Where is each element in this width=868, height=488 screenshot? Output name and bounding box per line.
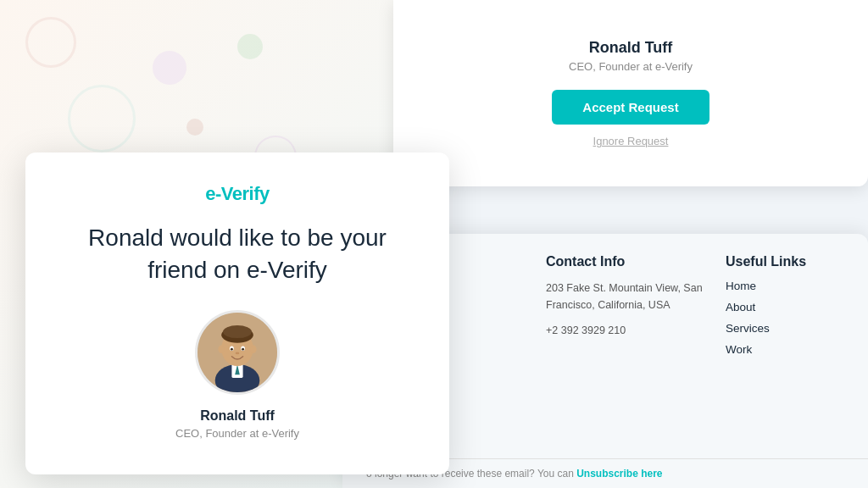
svg-point-9 (231, 347, 233, 350)
requester-name: Ronald Tuff (589, 39, 673, 57)
ignore-request-link[interactable]: Ignore Request (593, 135, 669, 147)
unsubscribe-link[interactable]: Unsubscribe here (576, 468, 662, 480)
footer-contact-col: Contact Info 203 Fake St. Mountain View,… (546, 254, 709, 445)
footer-contact-title: Contact Info (546, 254, 709, 269)
deco-shape-1 (25, 17, 76, 68)
svg-point-12 (250, 345, 257, 352)
avatar (195, 310, 280, 395)
svg-point-13 (236, 352, 240, 354)
footer-link-home[interactable]: Home (726, 280, 844, 292)
footer-link-about[interactable]: About (726, 301, 844, 313)
card-title: Ronald would like to be your friend on e… (59, 222, 415, 286)
email-main-card: e-Verify Ronald would like to be your fr… (25, 152, 449, 474)
request-card: Ronald Tuff CEO, Founder at e-Verify Acc… (393, 0, 868, 186)
footer-link-work[interactable]: Work (726, 343, 844, 356)
footer-links-title: Useful Links (726, 254, 844, 269)
deco-shape-4 (232, 29, 268, 64)
footer-link-services[interactable]: Services (726, 322, 844, 335)
card-person-title: CEO, Founder at e-Verify (175, 427, 299, 440)
svg-point-10 (242, 347, 244, 350)
footer-contact-address: 203 Fake St. Mountain View, San Francisc… (546, 280, 709, 313)
svg-point-11 (218, 345, 225, 352)
card-person-name: Ronald Tuff (200, 408, 275, 424)
footer-links-col: Useful Links Home About Services Work (726, 254, 844, 445)
deco-shape-3 (68, 85, 136, 152)
svg-point-6 (223, 325, 252, 338)
deco-shape-2 (147, 46, 191, 89)
avatar-image (198, 310, 277, 395)
requester-title: CEO, Founder at e-Verify (569, 60, 693, 73)
accept-request-button[interactable]: Accept Request (552, 90, 709, 125)
brand-logo: e-Verify (205, 183, 270, 205)
footer-contact-phone: +2 392 3929 210 (546, 322, 709, 339)
deco-shape-12 (183, 115, 207, 139)
